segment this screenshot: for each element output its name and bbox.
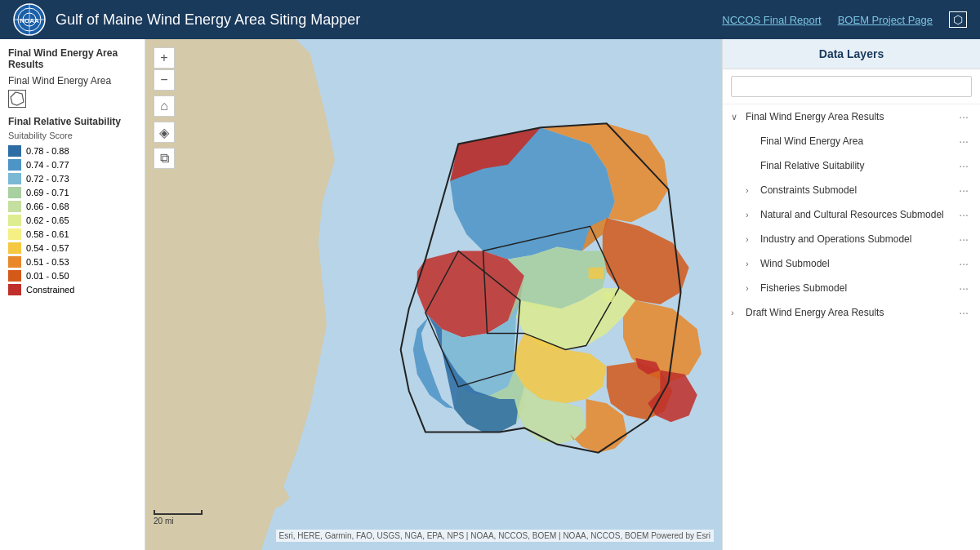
legend-item: 0.66 - 0.68 bbox=[8, 201, 136, 212]
legend-color-swatch bbox=[8, 228, 21, 240]
layer-name: Final Wind Energy Area Results bbox=[746, 111, 956, 122]
layer-expand-icon: › bbox=[746, 234, 757, 244]
layer-menu-button[interactable]: ··· bbox=[956, 257, 972, 270]
left-panel-title: Final Wind Energy Area Results bbox=[8, 47, 136, 70]
layer-name: Final Wind Energy Area bbox=[760, 135, 956, 147]
layer-item-constraints-submodel[interactable]: › Constraints Submodel ··· bbox=[723, 178, 980, 202]
layer-menu-button[interactable]: ··· bbox=[956, 306, 972, 319]
compass-button[interactable]: ◈ bbox=[154, 122, 175, 143]
legend-color-swatch bbox=[8, 270, 21, 282]
legend-color-swatch bbox=[8, 242, 21, 254]
zoom-in-button[interactable]: + bbox=[154, 47, 175, 69]
layer-menu-button[interactable]: ··· bbox=[956, 233, 972, 246]
legend-range-label: 0.01 - 0.50 bbox=[26, 271, 69, 281]
layer-name: Natural and Cultural Resources Submodel bbox=[760, 209, 956, 220]
boem-project-link[interactable]: BOEM Project Page bbox=[838, 14, 933, 26]
legend-item: 0.78 - 0.88 bbox=[8, 145, 136, 157]
legend-color-swatch bbox=[8, 159, 21, 171]
expand-button[interactable]: ⧉ bbox=[154, 148, 175, 169]
search-wrapper: 🔍 bbox=[731, 76, 972, 97]
layer-expand-icon: › bbox=[746, 283, 757, 293]
wind-area-label: Final Wind Energy Area bbox=[8, 75, 136, 86]
layer-item-industry-operations[interactable]: › Industry and Operations Submodel ··· bbox=[723, 227, 980, 251]
legend-range-label: 0.72 - 0.73 bbox=[26, 174, 69, 184]
layer-name: Draft Wind Energy Area Results bbox=[746, 307, 956, 318]
svg-marker-4 bbox=[11, 92, 24, 105]
map-controls: + − ⌂ ◈ ⧉ bbox=[154, 47, 175, 169]
layer-menu-button[interactable]: ··· bbox=[956, 208, 972, 221]
map-svg bbox=[145, 39, 722, 550]
suitability-title: Final Relative Suitability bbox=[8, 116, 136, 127]
layer-menu-button[interactable]: ··· bbox=[956, 110, 972, 123]
legend-range-label: 0.62 - 0.65 bbox=[26, 215, 69, 225]
legend-range-label: 0.74 - 0.77 bbox=[26, 160, 69, 170]
legend-range-label: 0.69 - 0.71 bbox=[26, 188, 69, 197]
search-container: 🔍 bbox=[723, 69, 980, 104]
zoom-out-button[interactable]: − bbox=[154, 69, 175, 91]
legend-range-label: 0.58 - 0.61 bbox=[26, 229, 69, 239]
legend-color-swatch bbox=[8, 201, 21, 212]
legend-color-swatch bbox=[8, 187, 21, 198]
layer-name: Wind Submodel bbox=[760, 258, 956, 269]
layer-item-wind-submodel[interactable]: › Wind Submodel ··· bbox=[723, 251, 980, 276]
svg-rect-6 bbox=[589, 268, 604, 279]
legend-color-swatch bbox=[8, 215, 21, 226]
layer-item-draft-wind-energy[interactable]: › Draft Wind Energy Area Results ··· bbox=[723, 300, 980, 325]
wind-area-polygon-icon bbox=[8, 90, 26, 108]
layer-expand-icon: ∨ bbox=[731, 112, 742, 122]
layer-menu-button[interactable]: ··· bbox=[956, 282, 972, 295]
layer-item-final-wind-energy-results[interactable]: ∨ Final Wind Energy Area Results ··· bbox=[723, 104, 980, 129]
scale-bar bbox=[154, 510, 203, 515]
legend-color-swatch bbox=[8, 145, 21, 157]
svg-text:NOAA: NOAA bbox=[20, 17, 39, 24]
map-scale: 20 mi bbox=[154, 510, 203, 526]
noaa-logo: NOAA bbox=[13, 3, 46, 36]
layer-menu-button[interactable]: ··· bbox=[956, 135, 972, 148]
nccos-report-link[interactable]: NCCOS Final Report bbox=[722, 14, 821, 26]
map-attribution: Esri, HERE, Garmin, FAO, USGS, NGA, EPA,… bbox=[276, 530, 714, 542]
layer-item-natural-cultural[interactable]: › Natural and Cultural Resources Submode… bbox=[723, 202, 980, 227]
map-area[interactable]: + − ⌂ ◈ ⧉ 20 mi Esri, HERE, Garmin, FAO,… bbox=[145, 39, 722, 550]
legend-item: 0.69 - 0.71 bbox=[8, 187, 136, 198]
search-input[interactable] bbox=[731, 76, 972, 97]
legend-item: 0.51 - 0.53 bbox=[8, 256, 136, 268]
main-content: Final Wind Energy Area Results Final Win… bbox=[0, 39, 980, 550]
layer-menu-button[interactable]: ··· bbox=[956, 159, 972, 172]
layer-expand-icon: › bbox=[731, 308, 742, 317]
legend-item: 0.01 - 0.50 bbox=[8, 270, 136, 282]
layer-name: Constraints Submodel bbox=[760, 184, 956, 196]
legend-color-swatch bbox=[8, 284, 21, 295]
layer-name: Industry and Operations Submodel bbox=[760, 233, 956, 245]
legend-color-swatch bbox=[8, 256, 21, 268]
legend-item: 0.62 - 0.65 bbox=[8, 215, 136, 226]
data-layers-title: Data Layers bbox=[723, 39, 980, 69]
right-panel: Data Layers 🔍 ∨ Final Wind Energy Area R… bbox=[722, 39, 980, 550]
external-link-icon[interactable]: ⬡ bbox=[949, 11, 967, 28]
left-panel: Final Wind Energy Area Results Final Win… bbox=[0, 39, 145, 550]
layer-item-final-wind-energy-area[interactable]: Final Wind Energy Area ··· bbox=[723, 129, 980, 153]
legend-list: 0.78 - 0.88 0.74 - 0.77 0.72 - 0.73 0.69… bbox=[8, 145, 136, 295]
suitability-subtitle: Suitability Score bbox=[8, 131, 136, 140]
legend-range-label: 0.51 - 0.53 bbox=[26, 257, 69, 267]
app-header: NOAA Gulf of Maine Wind Energy Area Siti… bbox=[0, 0, 980, 39]
layer-expand-icon: › bbox=[746, 185, 757, 195]
header-links: NCCOS Final Report BOEM Project Page ⬡ bbox=[722, 11, 967, 28]
layer-name: Final Relative Suitability bbox=[760, 160, 956, 171]
legend-item: 0.54 - 0.57 bbox=[8, 242, 136, 254]
layer-expand-icon: › bbox=[746, 210, 757, 220]
layer-name: Fisheries Submodel bbox=[760, 282, 956, 294]
legend-color-swatch bbox=[8, 173, 21, 184]
layer-menu-button[interactable]: ··· bbox=[956, 184, 972, 197]
layer-item-fisheries-submodel[interactable]: › Fisheries Submodel ··· bbox=[723, 276, 980, 300]
legend-item: 0.74 - 0.77 bbox=[8, 159, 136, 171]
layer-item-final-relative-suitability[interactable]: Final Relative Suitability ··· bbox=[723, 153, 980, 178]
layer-expand-icon: › bbox=[746, 259, 757, 268]
legend-item: 0.58 - 0.61 bbox=[8, 228, 136, 240]
legend-range-label: Constrained bbox=[26, 285, 74, 295]
legend-range-label: 0.78 - 0.88 bbox=[26, 146, 69, 156]
app-title: Gulf of Maine Wind Energy Area Siting Ma… bbox=[56, 11, 722, 29]
home-button[interactable]: ⌂ bbox=[154, 95, 175, 117]
legend-range-label: 0.54 - 0.57 bbox=[26, 243, 69, 253]
legend-item: Constrained bbox=[8, 284, 136, 295]
scale-label: 20 mi bbox=[154, 517, 173, 526]
